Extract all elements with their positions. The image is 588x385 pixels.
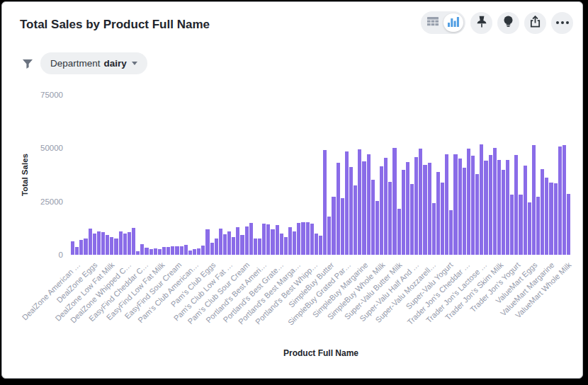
bar[interactable]	[166, 247, 170, 255]
bar[interactable]	[280, 234, 283, 255]
bar[interactable]	[410, 184, 414, 255]
bar[interactable]	[145, 248, 148, 255]
bar[interactable]	[89, 229, 92, 255]
bar[interactable]	[380, 166, 383, 255]
bar[interactable]	[524, 166, 527, 255]
bar[interactable]	[154, 248, 157, 255]
bar[interactable]	[97, 231, 101, 255]
bar[interactable]	[232, 237, 235, 255]
bar[interactable]	[188, 251, 192, 255]
bar[interactable]	[114, 239, 118, 255]
bar[interactable]	[406, 162, 409, 255]
bar[interactable]	[445, 154, 448, 255]
bar[interactable]	[180, 246, 183, 255]
bar[interactable]	[375, 201, 379, 255]
bar[interactable]	[489, 155, 492, 255]
bar[interactable]	[175, 246, 179, 255]
bar[interactable]	[205, 229, 209, 255]
bar[interactable]	[101, 232, 105, 255]
bar[interactable]	[506, 160, 509, 255]
bar[interactable]	[441, 183, 444, 255]
bar[interactable]	[541, 169, 544, 255]
bar[interactable]	[79, 240, 83, 255]
bar[interactable]	[367, 154, 371, 255]
bar[interactable]	[484, 161, 487, 255]
bar[interactable]	[384, 158, 388, 255]
bar[interactable]	[140, 244, 144, 255]
bar[interactable]	[502, 170, 505, 255]
bar[interactable]	[301, 222, 305, 255]
bar[interactable]	[276, 225, 279, 255]
bar[interactable]	[323, 150, 327, 255]
bar[interactable]	[258, 239, 261, 255]
bar[interactable]	[84, 239, 87, 255]
bar[interactable]	[245, 226, 249, 255]
filter-chip-department[interactable]: Department dairy	[40, 52, 147, 74]
bar[interactable]	[554, 183, 558, 255]
share-button[interactable]	[524, 12, 546, 34]
bar[interactable]	[493, 148, 497, 255]
bar[interactable]	[240, 235, 244, 255]
bar[interactable]	[71, 241, 74, 255]
bar[interactable]	[332, 197, 335, 255]
bar[interactable]	[388, 182, 392, 255]
bar[interactable]	[528, 202, 531, 255]
bar[interactable]	[215, 239, 218, 255]
bar[interactable]	[467, 149, 470, 255]
bar[interactable]	[349, 167, 353, 255]
bar[interactable]	[341, 198, 344, 255]
bar[interactable]	[545, 178, 548, 255]
bar[interactable]	[306, 222, 310, 255]
bar[interactable]	[536, 197, 540, 255]
pin-button[interactable]	[470, 12, 492, 34]
bar[interactable]	[562, 145, 566, 255]
bar[interactable]	[463, 168, 466, 255]
bar[interactable]	[449, 210, 453, 255]
bar[interactable]	[397, 209, 401, 255]
bar[interactable]	[475, 174, 479, 255]
bar[interactable]	[75, 247, 79, 255]
bar[interactable]	[471, 156, 475, 255]
bar[interactable]	[549, 183, 553, 255]
bar[interactable]	[201, 246, 205, 255]
bar[interactable]	[227, 231, 231, 255]
bar[interactable]	[110, 237, 113, 255]
bar[interactable]	[193, 249, 196, 255]
bar[interactable]	[414, 157, 418, 255]
bar[interactable]	[436, 172, 440, 255]
bar[interactable]	[432, 203, 436, 255]
bar[interactable]	[197, 248, 200, 255]
bar[interactable]	[510, 195, 514, 255]
bar[interactable]	[567, 194, 570, 255]
bar[interactable]	[219, 229, 222, 255]
bar[interactable]	[345, 151, 349, 255]
bar[interactable]	[210, 243, 214, 255]
bar[interactable]	[558, 146, 562, 255]
bar[interactable]	[249, 223, 253, 255]
bar[interactable]	[93, 234, 96, 255]
bar[interactable]	[532, 145, 536, 255]
bar[interactable]	[402, 170, 405, 255]
bar[interactable]	[310, 224, 314, 255]
bar[interactable]	[162, 247, 166, 255]
bar[interactable]	[514, 155, 518, 255]
bar[interactable]	[123, 234, 127, 255]
bar[interactable]	[271, 229, 274, 255]
bar[interactable]	[392, 148, 396, 255]
insight-button[interactable]	[497, 12, 519, 34]
table-view-button[interactable]	[423, 13, 443, 32]
bar[interactable]	[254, 239, 257, 255]
bar[interactable]	[128, 232, 131, 255]
bar[interactable]	[319, 236, 322, 255]
bar[interactable]	[158, 249, 162, 255]
bar[interactable]	[423, 165, 426, 255]
bar[interactable]	[262, 224, 266, 255]
bar[interactable]	[497, 160, 501, 255]
bar[interactable]	[371, 180, 375, 255]
bar[interactable]	[458, 159, 462, 255]
bar[interactable]	[428, 163, 431, 255]
bar[interactable]	[297, 223, 300, 255]
bar[interactable]	[136, 251, 140, 255]
bar[interactable]	[453, 154, 457, 255]
bar[interactable]	[327, 217, 331, 255]
